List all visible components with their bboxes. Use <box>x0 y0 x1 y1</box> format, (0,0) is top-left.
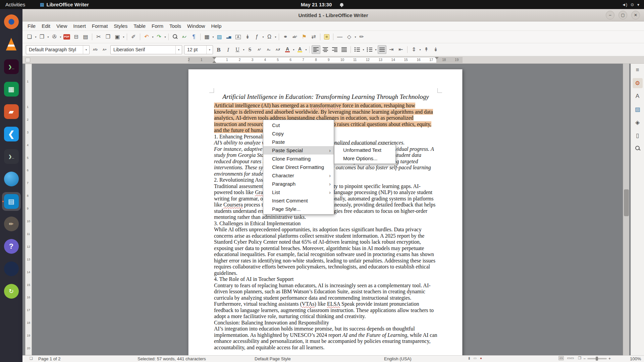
chevron-down-icon[interactable]: ▾ <box>206 46 213 54</box>
sidebar-page-icon[interactable]: ▯ <box>633 130 643 140</box>
zoom-percent-label[interactable]: 100% <box>630 356 641 361</box>
sidebar-styles-icon[interactable]: A <box>633 91 643 101</box>
italic-button[interactable]: I <box>224 45 232 54</box>
sidebar-style-inspector-icon[interactable] <box>633 143 643 154</box>
save-button[interactable]: ✇ <box>50 33 59 41</box>
dock-libreoffice-calc[interactable]: ▦ <box>2 80 21 99</box>
align-left-button[interactable] <box>312 45 320 54</box>
dock-vscode[interactable]: ❮ <box>2 125 21 143</box>
align-right-button[interactable] <box>330 45 339 54</box>
menu-table[interactable]: Table <box>130 21 149 31</box>
insert-table-button[interactable]: ▦ <box>203 33 211 41</box>
chevron-down-icon[interactable]: ▾ <box>59 36 62 39</box>
superscript-button[interactable]: A² <box>255 45 264 54</box>
cut-button[interactable]: ✂ <box>94 33 103 41</box>
submenu-unformatted-text[interactable]: Unformatted Text <box>334 146 395 154</box>
right-indent-marker[interactable] <box>435 57 439 59</box>
update-style-button[interactable]: A↻ <box>91 45 100 54</box>
menu-format[interactable]: Format <box>89 21 111 31</box>
chevron-down-icon[interactable]: ▾ <box>374 48 377 51</box>
focused-app-menu[interactable]: ▤ LibreOffice Writer <box>40 2 89 7</box>
chevron-down-icon[interactable]: ▾ <box>274 36 277 39</box>
print-button[interactable]: ⊟ <box>72 33 80 41</box>
dock-terminal-alt[interactable]: ❯_ <box>2 147 21 166</box>
chevron-down-icon[interactable]: ▾ <box>175 46 182 54</box>
align-justified-button[interactable] <box>340 45 348 54</box>
document-modified-icon[interactable]: ● <box>480 356 482 360</box>
menu-file[interactable]: File <box>24 21 39 31</box>
text-cursor-icon[interactable]: ▮ <box>468 356 470 360</box>
dock-terminal[interactable]: ❯_ <box>2 57 21 76</box>
dock-app-navy[interactable] <box>2 259 21 278</box>
single-page-view-button[interactable]: ▭ <box>558 356 564 360</box>
zoom-out-button[interactable]: − <box>583 356 586 361</box>
insert-hyperlink-button[interactable]: ⚭ <box>281 33 290 41</box>
chevron-down-icon[interactable]: ▾ <box>262 36 265 39</box>
dock-libreoffice-impress[interactable]: ▰ <box>2 102 21 121</box>
dock-software-updater[interactable]: ↻ <box>2 282 21 301</box>
maximize-button[interactable]: ▢ <box>619 11 627 19</box>
zoom-in-button[interactable]: + <box>608 356 611 361</box>
title-bar[interactable]: Untitled 1 - LibreOffice Writer –▢✕ <box>22 9 644 21</box>
close-button[interactable]: ✕ <box>631 11 640 19</box>
insert-special-character-button[interactable]: Ω <box>265 33 274 41</box>
activities-button[interactable]: Activities <box>0 0 31 9</box>
menu-view[interactable]: View <box>53 21 70 31</box>
dock-libreoffice-writer[interactable]: ▤ <box>2 192 21 211</box>
chevron-down-icon[interactable]: ▾ <box>419 48 422 51</box>
chevron-down-icon[interactable]: ▾ <box>362 48 365 51</box>
basic-shapes-button[interactable]: ◇ <box>345 33 354 41</box>
menu-window[interactable]: Window <box>184 21 208 31</box>
spelling-button[interactable]: A✓ <box>180 33 189 41</box>
menu-insert[interactable]: Insert <box>70 21 89 31</box>
context-menu-cut[interactable]: Cut › <box>263 121 334 129</box>
insert-pagebreak-button[interactable]: ↡ <box>243 33 252 41</box>
font-name-select[interactable]: Liberation Serif ▾ <box>110 45 182 54</box>
chevron-down-icon[interactable]: ▾ <box>164 36 167 39</box>
context-menu-copy[interactable]: Copy › <box>263 129 334 138</box>
vertical-scrollbar[interactable] <box>623 64 629 355</box>
menu-help[interactable]: Help <box>208 21 224 31</box>
redo-button[interactable]: ↷ <box>155 33 163 41</box>
print-preview-button[interactable]: ▤ <box>81 33 90 41</box>
clear-formatting-button[interactable]: A✗ <box>274 45 282 54</box>
copy-button[interactable]: ❐ <box>104 33 112 41</box>
horizontal-ruler[interactable]: 1212345678910111213141516171819 <box>22 56 644 64</box>
insert-field-button[interactable]: ƒ <box>253 33 261 41</box>
minimize-button[interactable]: – <box>606 11 614 19</box>
bold-button[interactable]: B <box>214 45 223 54</box>
zoom-thumb[interactable] <box>596 357 598 361</box>
context-menu-clone-formatting[interactable]: Clone Formatting › <box>263 155 334 163</box>
system-status-area[interactable]: ◄)⊙▾ <box>622 2 644 7</box>
chevron-down-icon[interactable]: ▾ <box>122 36 125 39</box>
menu-edit[interactable]: Edit <box>39 21 53 31</box>
no-list-button[interactable] <box>378 45 386 54</box>
chevron-down-icon[interactable]: ▾ <box>242 48 245 51</box>
clone-formatting-button[interactable]: ✐ <box>129 33 138 41</box>
dock-help[interactable]: ? <box>2 237 21 256</box>
subscript-button[interactable]: A₂ <box>264 45 273 54</box>
context-menu-paragraph[interactable]: Paragraph › <box>263 180 334 188</box>
align-center-button[interactable] <box>321 45 330 54</box>
paste-button[interactable]: ▣ <box>113 33 122 41</box>
dock-app-blue[interactable] <box>2 170 21 188</box>
sidebar-gallery-icon[interactable]: ▨ <box>633 104 643 114</box>
first-line-indent-marker[interactable] <box>212 61 216 63</box>
dock-vlc[interactable] <box>2 35 21 54</box>
open-button[interactable]: ❒ <box>38 33 46 41</box>
left-indent-marker[interactable] <box>212 57 216 59</box>
insert-comment-button[interactable]: ≣ <box>322 33 331 41</box>
page-count-label[interactable]: Page 1 of 2 <box>38 356 61 361</box>
context-menu-paste[interactable]: Paste › <box>263 138 334 146</box>
highlight-color-button[interactable]: A <box>296 45 304 54</box>
sidebar-menu-icon[interactable]: ≡ <box>633 65 643 75</box>
menu-form[interactable]: Form <box>149 21 166 31</box>
chevron-down-icon[interactable]: ▾ <box>34 36 37 39</box>
decrease-paragraph-spacing-button[interactable]: ↡ <box>431 45 440 54</box>
word-count-label[interactable]: Selected: 57 words, 441 characters <box>138 356 206 361</box>
zoom-slider[interactable]: − + <box>583 356 611 361</box>
undo-button[interactable]: ↶ <box>142 33 151 41</box>
unordered-list-button[interactable] <box>353 45 362 54</box>
chevron-down-icon[interactable]: ▾ <box>212 36 215 39</box>
insert-image-button[interactable]: ▨ <box>215 33 224 41</box>
